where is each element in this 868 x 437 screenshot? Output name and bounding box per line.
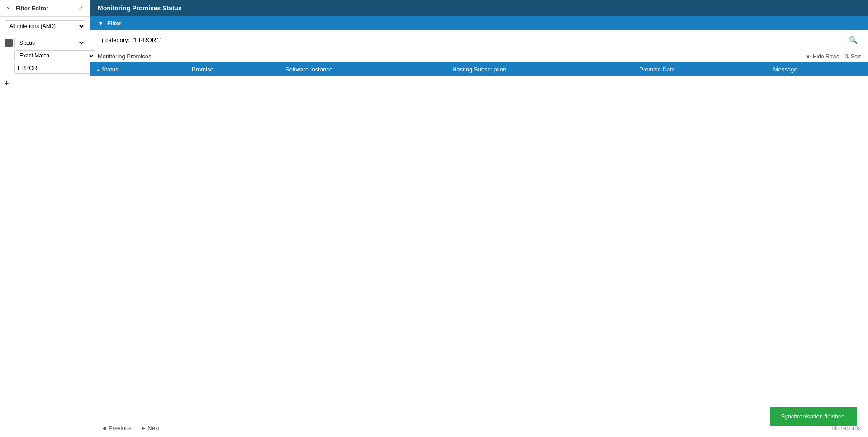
add-btn-row: + — [0, 76, 90, 91]
sidebar-header: × Filter Editor ✓ — [0, 0, 90, 17]
close-button[interactable]: × — [5, 4, 12, 13]
sidebar: × Filter Editor ✓ All criterions (AND)An… — [0, 0, 90, 437]
col-promise-date: Promise Date — [634, 62, 768, 76]
previous-button[interactable]: ◄ Previous — [98, 423, 135, 433]
search-button[interactable]: 🔍 — [846, 34, 861, 46]
col-promise-date-link[interactable]: Promise Date — [639, 66, 675, 73]
criterions-select[interactable]: All criterions (AND)Any criterion (OR) — [5, 20, 85, 32]
confirm-button[interactable]: ✓ — [76, 4, 85, 13]
table-container: Status Promise Software Instance Hosting… — [90, 62, 868, 419]
topbar: Monitoring Promises Status — [90, 0, 868, 16]
col-software-instance: Software Instance — [280, 62, 447, 76]
page-title: Monitoring Promises Status — [98, 5, 182, 12]
search-icon: 🔍 — [849, 36, 858, 44]
sidebar-header-left: × Filter Editor — [5, 4, 48, 13]
add-criterion-button[interactable]: + — [5, 79, 9, 87]
match-select[interactable]: Exact MatchContainsStarts WithEnds With — [14, 50, 95, 61]
col-status-link[interactable]: Status — [96, 66, 119, 73]
next-button[interactable]: ► Next — [137, 423, 163, 433]
filter-label: Filter — [107, 20, 122, 27]
search-row: 🔍 — [90, 30, 868, 50]
value-input[interactable] — [14, 63, 95, 74]
pagination-left: ◄ Previous ► Next — [98, 423, 163, 433]
toast-message: Synchronisation finished. — [781, 413, 846, 420]
sidebar-title: Filter Editor — [15, 5, 48, 12]
hide-rows-button[interactable]: 👁 Hide Rows — [806, 53, 839, 60]
col-promise-link[interactable]: Promise — [192, 66, 213, 73]
table-head: Status Promise Software Instance Hosting… — [90, 62, 868, 76]
search-input[interactable] — [98, 34, 846, 46]
col-software-instance-link[interactable]: Software Instance — [285, 66, 332, 73]
col-hosting-subscription-link[interactable]: Hosting Subscription — [452, 66, 506, 73]
next-icon: ► — [140, 425, 146, 432]
filter-criteria-row: − StatusPromiseSoftware InstanceHosting … — [0, 36, 90, 76]
filterbar: ▼ Filter — [90, 16, 868, 30]
toast-notification: Synchronisation finished. — [770, 407, 857, 426]
filter-icon: ▼ — [98, 20, 104, 27]
sort-asc-icon — [96, 66, 102, 73]
table-header-row: Status Promise Software Instance Hosting… — [90, 62, 868, 76]
prev-icon: ◄ — [101, 425, 107, 432]
main-content: Monitoring Promises Status ▼ Filter 🔍 Mo… — [90, 0, 868, 437]
pagination: ◄ Previous ► Next No records — [90, 419, 868, 437]
col-message-link[interactable]: Message — [773, 66, 797, 73]
filter-row-top: − StatusPromiseSoftware InstanceHosting … — [5, 38, 85, 48]
table-header-area: Monitoring Promises 👁 Hide Rows ⇅ Sort — [90, 50, 868, 62]
criterions-row: All criterions (AND)Any criterion (OR) — [0, 17, 90, 36]
table-title: Monitoring Promises — [98, 53, 152, 60]
col-promise: Promise — [186, 62, 280, 76]
col-status: Status — [90, 62, 186, 76]
remove-criterion-button[interactable]: − — [5, 39, 13, 47]
sort-icon: ⇅ — [844, 53, 849, 60]
eye-icon: 👁 — [806, 53, 811, 60]
col-message: Message — [768, 62, 868, 76]
sort-button[interactable]: ⇅ Sort — [844, 53, 861, 60]
data-table: Status Promise Software Instance Hosting… — [90, 62, 868, 76]
table-actions: 👁 Hide Rows ⇅ Sort — [806, 53, 861, 60]
field-select[interactable]: StatusPromiseSoftware InstanceHosting Su… — [14, 38, 85, 48]
col-hosting-subscription: Hosting Subscription — [447, 62, 634, 76]
